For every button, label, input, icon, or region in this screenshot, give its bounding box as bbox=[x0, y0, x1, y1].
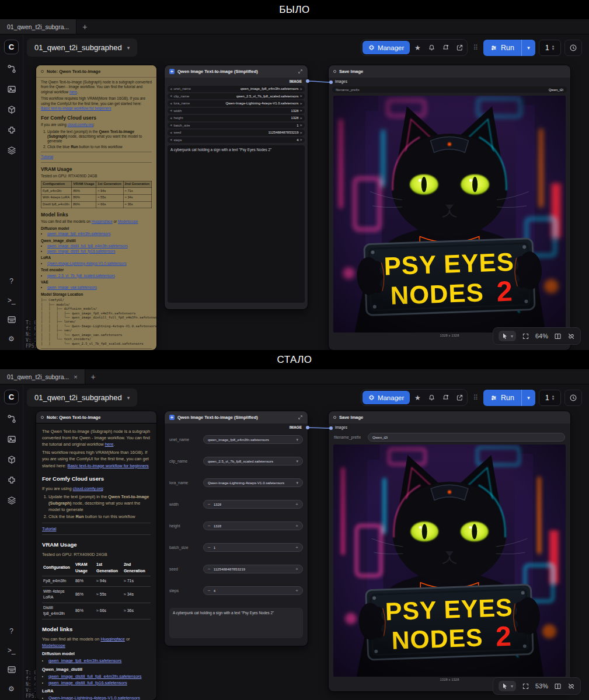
batch-count-input[interactable]: 1 ▴▾ bbox=[539, 390, 561, 406]
templates-icon[interactable] bbox=[6, 495, 17, 506]
prev-arrow-icon[interactable]: ◀ bbox=[170, 88, 172, 90]
manager-button[interactable]: Manager bbox=[363, 391, 410, 404]
qwen-subgraph-node[interactable]: Qwen Image Text-to-image (Simplified) IM… bbox=[165, 411, 308, 646]
note-node-header[interactable]: Note: Qwen Text-to-Image bbox=[36, 65, 156, 78]
next-arrow-icon[interactable]: ▶ bbox=[301, 109, 302, 112]
model-link[interactable]: Qwen-Image-Lightning-4steps-V1.0.safeten… bbox=[48, 695, 140, 700]
widget-steps[interactable]: ◀steps4▶ bbox=[168, 137, 305, 144]
note-node-header[interactable]: Note: Qwen Text-to-Image bbox=[36, 411, 156, 424]
huggingface-link[interactable]: Huggingface bbox=[92, 219, 113, 223]
close-tab-icon[interactable]: × bbox=[74, 373, 77, 380]
save-image-node[interactable]: Save Image images filename_prefix Qwen_t… bbox=[329, 65, 570, 350]
batch-size-stepper[interactable]: −1+ bbox=[203, 543, 303, 552]
widget-height[interactable]: ◀height1328▶ bbox=[168, 115, 305, 121]
note-node[interactable]: Note: Qwen Text-to-Image The Qwen Text-t… bbox=[36, 411, 156, 700]
next-arrow-icon[interactable]: ▶ bbox=[301, 117, 302, 120]
height-stepper[interactable]: −1328+ bbox=[203, 522, 303, 530]
star-icon[interactable]: ★ bbox=[411, 41, 424, 54]
logs-icon[interactable] bbox=[6, 314, 17, 325]
settings-gear-icon[interactable]: ⚙ bbox=[6, 684, 17, 694]
run-button[interactable]: Run bbox=[483, 390, 521, 406]
input-slot-images[interactable]: images bbox=[329, 78, 570, 85]
extensions-icon[interactable] bbox=[6, 475, 17, 485]
prev-arrow-icon[interactable]: ◀ bbox=[170, 131, 172, 134]
run-options-button[interactable]: ▾ bbox=[521, 40, 535, 56]
next-arrow-icon[interactable]: ▶ bbox=[301, 102, 302, 105]
node-canvas[interactable]: C ? >_ ⚙ 01_qwen_t2i_subgraphed ▾ bbox=[0, 34, 589, 350]
new-tab-button[interactable]: + bbox=[76, 19, 93, 34]
comfyui-logo[interactable]: C bbox=[4, 390, 19, 404]
clip-select[interactable]: qwen_2.5_vl_7b_fp8_scaled.safetensors▾ bbox=[203, 457, 303, 466]
model-library-icon[interactable] bbox=[6, 454, 17, 465]
widget-batch-size[interactable]: ◀batch_size1▶ bbox=[168, 123, 305, 129]
widget-width[interactable]: ◀width1328▶ bbox=[168, 108, 305, 114]
decrement-icon[interactable]: − bbox=[208, 523, 211, 528]
run-button[interactable]: Run bbox=[483, 40, 521, 56]
prev-arrow-icon[interactable]: ◀ bbox=[170, 109, 172, 112]
increment-icon[interactable]: + bbox=[295, 545, 298, 550]
model-link[interactable]: qwen_image_distill_full_fp8_e4m3fn.safet… bbox=[47, 244, 128, 248]
pointer-tool[interactable]: ▾ bbox=[499, 331, 516, 341]
workflow-here-link[interactable]: here bbox=[105, 442, 114, 447]
workflow-title-menu[interactable]: 01_qwen_t2i_subgraphed ▾ bbox=[27, 38, 137, 57]
beginner-workflow-link[interactable]: Basic text-to-image workflow for beginne… bbox=[41, 106, 111, 110]
expand-subgraph-icon[interactable] bbox=[298, 69, 303, 74]
seed-stepper[interactable]: −1125488487853219+ bbox=[203, 565, 303, 573]
widget-lora-name[interactable]: ◀lora_nameQwen-Image-Lightning-4steps-V1… bbox=[168, 100, 305, 107]
decrement-icon[interactable]: − bbox=[208, 545, 211, 550]
batch-count-input[interactable]: 1 ▴▾ bbox=[539, 40, 561, 56]
model-link[interactable]: qwen_image_distill_full_fp16.safetensors bbox=[47, 249, 116, 253]
decrement-icon[interactable]: − bbox=[208, 566, 211, 572]
cloud-comfy-link[interactable]: cloud.comfy.org bbox=[73, 486, 103, 491]
run-options-button[interactable]: ▾ bbox=[521, 390, 535, 406]
alert-bell-icon[interactable] bbox=[439, 391, 452, 404]
next-arrow-icon[interactable]: ▶ bbox=[301, 138, 302, 141]
model-link[interactable]: qwen_image_fp8_e4m3fn.safetensors bbox=[47, 232, 110, 236]
output-slot-image[interactable]: IMAGE bbox=[165, 78, 308, 85]
minimap-icon[interactable] bbox=[554, 682, 562, 690]
increment-icon[interactable]: + bbox=[295, 502, 298, 507]
comfyui-logo[interactable]: C bbox=[4, 40, 19, 54]
prev-arrow-icon[interactable]: ◀ bbox=[170, 124, 172, 127]
fit-view-icon[interactable] bbox=[522, 332, 529, 340]
terminal-icon[interactable]: >_ bbox=[6, 295, 17, 306]
collapse-dot[interactable] bbox=[41, 70, 44, 73]
filename-prefix-widget[interactable]: filename_prefix Qwen_t2i bbox=[332, 86, 567, 93]
manager-button[interactable]: Manager bbox=[363, 41, 410, 54]
prompt-textarea[interactable]: A cyberpunk cat holding a sign with a te… bbox=[169, 608, 303, 638]
prev-arrow-icon[interactable]: ◀ bbox=[170, 94, 172, 97]
count-steppers[interactable]: ▴▾ bbox=[552, 395, 555, 400]
collapse-dot[interactable] bbox=[41, 416, 44, 419]
save-node-header[interactable]: Save Image bbox=[329, 411, 570, 424]
toggle-links-icon[interactable] bbox=[567, 682, 575, 690]
modelscope-link[interactable]: Modelscope bbox=[42, 643, 65, 648]
next-arrow-icon[interactable]: ▶ bbox=[301, 94, 302, 97]
history-button[interactable] bbox=[564, 40, 582, 56]
huggingface-link[interactable]: Huggingface bbox=[100, 636, 125, 642]
toolbar-drag-handle[interactable]: ⠿ bbox=[473, 394, 478, 402]
generated-image-preview[interactable] bbox=[333, 96, 566, 332]
node-canvas[interactable]: C ? >_ ⚙ 01_qwen_t2i_subgraphed ▾ bbox=[0, 384, 589, 700]
collapse-dot[interactable] bbox=[333, 416, 336, 419]
pointer-tool[interactable]: ▾ bbox=[499, 681, 516, 691]
expand-subgraph-icon[interactable] bbox=[298, 415, 303, 420]
alert-bell-icon[interactable] bbox=[439, 41, 452, 54]
widget-unet-name[interactable]: ◀unet_nameqwen_image_fp8_e4m3fn.safetens… bbox=[168, 86, 305, 92]
workflows-icon[interactable] bbox=[6, 414, 17, 424]
share-icon[interactable] bbox=[453, 391, 466, 404]
settings-gear-icon[interactable]: ⚙ bbox=[6, 334, 17, 344]
help-icon[interactable]: ? bbox=[6, 626, 17, 636]
prev-arrow-icon[interactable]: ◀ bbox=[170, 117, 172, 120]
model-link[interactable]: qwen_2.5_vl_7b_fp8_scaled.safetensors bbox=[47, 274, 115, 278]
prompt-textarea[interactable]: A cyberpunk cat holding a sign with a te… bbox=[168, 145, 305, 303]
model-link[interactable]: qwen_image_distill_full_fp16.safetensors bbox=[48, 680, 127, 685]
prev-arrow-icon[interactable]: ◀ bbox=[170, 102, 172, 105]
save-node-header[interactable]: Save Image bbox=[329, 65, 570, 78]
extensions-icon[interactable] bbox=[6, 125, 17, 135]
decrement-icon[interactable]: − bbox=[208, 588, 211, 593]
count-steppers[interactable]: ▴▾ bbox=[552, 45, 555, 50]
widget-clip-name[interactable]: ◀clip_nameqwen_2.5_vl_7b_fp8_scaled.safe… bbox=[168, 93, 305, 100]
workflow-tab[interactable]: 01_qwen_t2i_subgra... bbox=[0, 19, 76, 34]
logs-icon[interactable] bbox=[6, 664, 17, 675]
workflow-title-menu[interactable]: 01_qwen_t2i_subgraphed ▾ bbox=[27, 388, 137, 407]
